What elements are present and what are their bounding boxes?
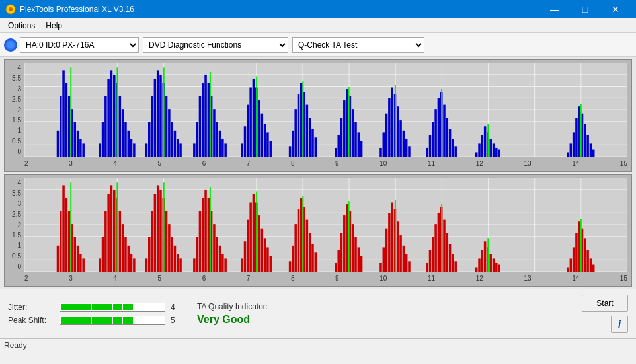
svg-point-1 xyxy=(9,7,13,11)
info-button[interactable]: i xyxy=(611,316,628,333)
ta-quality-label: TA Quality Indicator: xyxy=(197,302,268,311)
toolbar: HA:0 ID:0 PX-716A DVD Diagnostic Functio… xyxy=(0,33,636,57)
top-chart-y-axis: 4 3.5 3 2.5 2 1.5 1 0.5 0 xyxy=(5,63,24,157)
charts-area: 4 3.5 3 2.5 2 1.5 1 0.5 0 2 3 4 5 6 7 8 … xyxy=(0,57,636,289)
window-title: PlexTools Professional XL V3.16 xyxy=(20,5,539,14)
top-chart-canvas xyxy=(24,63,627,157)
bottom-chart-canvas xyxy=(24,178,627,272)
top-chart-x-axis: 2 3 4 5 6 7 8 9 10 11 12 13 14 15 xyxy=(24,157,627,170)
action-buttons: Start i xyxy=(582,295,628,333)
top-chart: 4 3.5 3 2.5 2 1.5 1 0.5 0 2 3 4 5 6 7 8 … xyxy=(4,59,632,172)
peak-shift-meter xyxy=(60,316,165,325)
jitter-value: 4 xyxy=(171,303,184,312)
ta-quality-area: TA Quality Indicator: Very Good xyxy=(197,302,268,326)
status-bar: Ready xyxy=(0,338,636,351)
drive-select[interactable]: HA:0 ID:0 PX-716A xyxy=(20,37,139,53)
bottom-chart-y-axis: 4 3.5 3 2.5 2 1.5 1 0.5 0 xyxy=(5,178,24,272)
jitter-label: Jitter: xyxy=(8,303,54,312)
bottom-panel: Jitter: 4 Peak Shift: 5 TA Quality Indic… xyxy=(0,289,636,338)
title-bar: PlexTools Professional XL V3.16 — □ ✕ xyxy=(0,0,636,18)
maximize-button[interactable]: □ xyxy=(570,0,600,18)
minimize-button[interactable]: — xyxy=(539,0,570,18)
app-icon xyxy=(5,4,16,15)
bottom-chart-x-axis: 2 3 4 5 6 7 8 9 10 11 12 13 14 15 xyxy=(24,272,627,285)
function-select[interactable]: DVD Diagnostic Functions xyxy=(143,37,288,53)
start-button[interactable]: Start xyxy=(582,295,628,312)
peak-shift-label: Peak Shift: xyxy=(8,316,54,325)
ta-quality-value: Very Good xyxy=(197,314,268,326)
metrics-area: Jitter: 4 Peak Shift: 5 xyxy=(8,303,184,325)
menu-bar: Options Help xyxy=(0,18,636,33)
close-button[interactable]: ✕ xyxy=(600,0,631,18)
window-controls: — □ ✕ xyxy=(539,0,631,18)
top-chart-inner xyxy=(24,63,627,157)
jitter-meter xyxy=(60,303,165,312)
jitter-row: Jitter: 4 xyxy=(8,303,184,312)
peak-shift-value: 5 xyxy=(171,316,184,325)
drive-selector-wrap: HA:0 ID:0 PX-716A xyxy=(4,37,139,53)
drive-icon xyxy=(4,38,17,52)
status-text: Ready xyxy=(4,341,27,350)
peak-shift-row: Peak Shift: 5 xyxy=(8,316,184,325)
bottom-chart: 4 3.5 3 2.5 2 1.5 1 0.5 0 2 3 4 5 6 7 8 … xyxy=(4,174,632,287)
menu-help[interactable]: Help xyxy=(40,20,67,32)
test-select[interactable]: Q-Check TA Test xyxy=(292,37,424,53)
bottom-chart-inner xyxy=(24,178,627,272)
menu-options[interactable]: Options xyxy=(3,20,40,32)
